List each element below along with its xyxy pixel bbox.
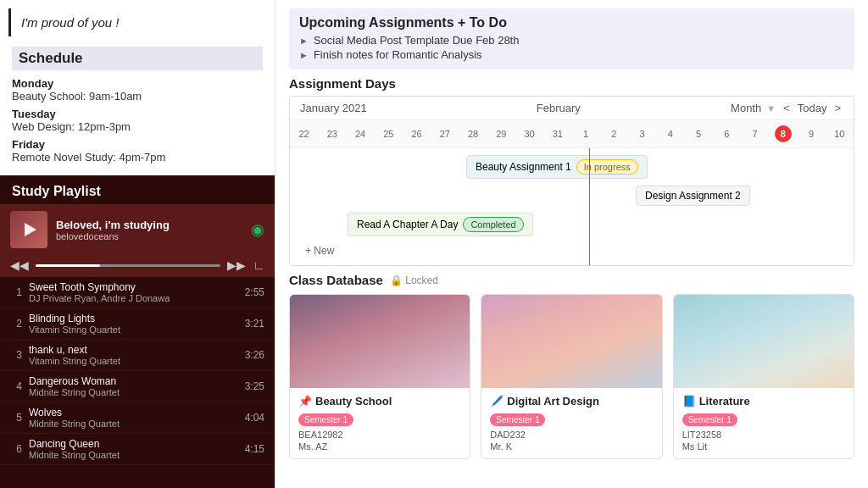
track-duration: 3:21 xyxy=(245,318,264,330)
date-cell[interactable]: 26 xyxy=(403,127,431,141)
track-name: thank u, next xyxy=(29,344,238,356)
class-card-image xyxy=(481,295,661,388)
today-line xyxy=(589,148,590,265)
track-duration: 4:04 xyxy=(245,412,264,424)
read-assignment-bar[interactable]: Read A Chapter A Day Completed xyxy=(348,213,533,236)
class-icon: 📘 xyxy=(682,395,696,408)
class-name: Beauty School xyxy=(315,395,392,408)
date-cell[interactable]: 22 xyxy=(290,127,318,141)
date-cell[interactable]: 29 xyxy=(487,127,515,141)
date-cell[interactable]: 31 xyxy=(543,127,571,141)
track-name: Dangerous Woman xyxy=(29,375,238,387)
date-cell[interactable]: 3 xyxy=(628,127,656,141)
playlist-title: Study Playlist xyxy=(0,175,275,204)
date-cell[interactable]: 28 xyxy=(459,127,487,141)
date-cell[interactable]: 23 xyxy=(318,127,346,141)
date-cell[interactable]: 7 xyxy=(741,127,769,141)
upcoming-title: Upcoming Assignments + To Do xyxy=(299,15,844,30)
class-name: Digital Art Design xyxy=(507,395,599,408)
date-cell[interactable]: 30 xyxy=(515,127,543,141)
date-cell[interactable]: 25 xyxy=(375,127,403,141)
list-item[interactable]: 4 Dangerous Woman Midnite String Quartet… xyxy=(0,371,275,402)
dropdown-icon: ▼ xyxy=(766,103,776,114)
class-code: DAD232 xyxy=(490,430,653,440)
beauty-status-badge: In progress xyxy=(576,159,638,175)
beauty-assignment-bar[interactable]: Beauty Assignment 1 In progress xyxy=(466,155,648,179)
calendar-controls: Month ▼ < Today > xyxy=(731,102,843,114)
assignment-days-section: Assignment Days January 2021 February Mo… xyxy=(289,76,854,266)
add-new-button[interactable]: + New xyxy=(297,241,847,260)
class-name: Literature xyxy=(699,395,750,408)
calendar-month-right: February xyxy=(537,102,581,114)
track-info: Blinding Lights Vitamin String Quartet xyxy=(29,313,238,335)
beauty-assignment-label: Beauty Assignment 1 xyxy=(476,161,571,173)
share-icon[interactable]: ∟ xyxy=(253,258,264,272)
assignment-days-title: Assignment Days xyxy=(289,76,854,91)
now-playing-bar: Beloved, i'm studying belovedoceans ◉ xyxy=(0,204,275,255)
day-friday: Friday xyxy=(12,138,263,151)
track-number: 2 xyxy=(10,318,22,330)
date-cell[interactable]: 5 xyxy=(685,127,713,141)
date-cell[interactable]: 1 xyxy=(572,127,600,141)
left-panel: I'm proud of you ! Schedule Monday Beaut… xyxy=(0,0,275,488)
assignment-row-read: Read A Chapter A Day Completed xyxy=(290,209,854,240)
today-badge: 8 xyxy=(775,125,792,142)
now-playing-artist: belovedoceans xyxy=(56,231,242,241)
upcoming-section: Upcoming Assignments + To Do ► Social Me… xyxy=(289,8,854,69)
playlist-section: Study Playlist Beloved, i'm studying bel… xyxy=(0,175,275,488)
todo-item-1: ► Social Media Post Template Due Feb 28t… xyxy=(299,34,844,47)
date-cell[interactable]: 10 xyxy=(826,127,854,141)
track-artist: DJ Private Ryan, Andre J Donawa xyxy=(29,293,238,303)
today-btn[interactable]: Today xyxy=(798,102,827,114)
date-cell[interactable]: 27 xyxy=(431,127,459,141)
semester-badge: Semester 1 xyxy=(298,413,353,426)
next-button[interactable]: ▶▶ xyxy=(227,258,246,272)
class-card-image xyxy=(290,295,470,388)
class-cards: 📌 Beauty School Semester 1 BEA12982 Ms. … xyxy=(289,294,854,459)
playback-controls: ◀◀ ▶▶ ∟ xyxy=(10,258,264,272)
list-item[interactable]: 1 Sweet Tooth Symphony DJ Private Ryan, … xyxy=(0,277,275,308)
calendar-month-left: January 2021 xyxy=(300,102,367,114)
class-card[interactable]: 📘 Literature Semester 1 LIT23258 Ms Lit xyxy=(673,294,854,459)
play-icon[interactable] xyxy=(25,223,36,236)
class-card[interactable]: 🖊️ Digital Art Design Semester 1 DAD232 … xyxy=(481,294,662,459)
class-teacher: Ms. AZ xyxy=(298,441,461,452)
track-number: 4 xyxy=(10,380,22,392)
todo-item-2: ► Finish notes for Romantic Analysis xyxy=(299,48,844,61)
list-item[interactable]: 6 Dancing Queen Midnite String Quartet 4… xyxy=(0,434,275,465)
semester-badge: Semester 1 xyxy=(490,413,545,426)
calendar-body: Beauty Assignment 1 In progress Design A… xyxy=(290,148,854,265)
list-item[interactable]: 5 Wolves Midnite String Quartet 4:04 xyxy=(0,402,275,434)
class-database-section: Class Database 🔒 Locked 📌 Beauty School … xyxy=(289,273,854,480)
prev-button[interactable]: ◀◀ xyxy=(10,258,29,272)
date-cell[interactable]: 4 xyxy=(656,127,684,141)
class-card[interactable]: 📌 Beauty School Semester 1 BEA12982 Ms. … xyxy=(289,294,470,459)
assignment-row-beauty: Beauty Assignment 1 In progress xyxy=(290,152,854,182)
design-assignment-bar[interactable]: Design Assignment 2 xyxy=(636,186,750,206)
spotify-icon[interactable]: ◉ xyxy=(251,220,264,239)
cal-next[interactable]: > xyxy=(832,102,843,114)
cal-prev[interactable]: < xyxy=(781,102,793,114)
track-name: Wolves xyxy=(29,407,238,419)
date-cell[interactable]: 9 xyxy=(798,127,826,141)
right-panel: Upcoming Assignments + To Do ► Social Me… xyxy=(275,0,868,488)
track-name: Blinding Lights xyxy=(29,313,238,324)
track-artist: Midnite String Quartet xyxy=(29,387,238,397)
date-cell[interactable]: 2 xyxy=(600,127,628,141)
day-friday-detail: Remote Novel Study: 4pm-7pm xyxy=(12,151,263,164)
design-assignment-label: Design Assignment 2 xyxy=(645,190,741,202)
list-item[interactable]: 2 Blinding Lights Vitamin String Quartet… xyxy=(0,308,275,340)
class-icon: 📌 xyxy=(298,395,312,408)
album-art[interactable] xyxy=(10,211,47,248)
date-cell[interactable]: 8 xyxy=(769,124,797,144)
todo-text-2: Finish notes for Romantic Analysis xyxy=(314,48,482,61)
month-dropdown[interactable]: Month xyxy=(731,102,761,114)
date-cell[interactable]: 24 xyxy=(347,127,375,141)
progress-bar-container: ◀◀ ▶▶ ∟ xyxy=(0,255,275,277)
date-cell[interactable]: 6 xyxy=(713,127,741,141)
class-card-title: 📘 Literature xyxy=(682,395,845,408)
progress-bar[interactable] xyxy=(36,264,220,267)
day-monday: Monday xyxy=(12,77,263,90)
semester-badge: Semester 1 xyxy=(682,413,737,426)
list-item[interactable]: 3 thank u, next Vitamin String Quartet 3… xyxy=(0,340,275,371)
